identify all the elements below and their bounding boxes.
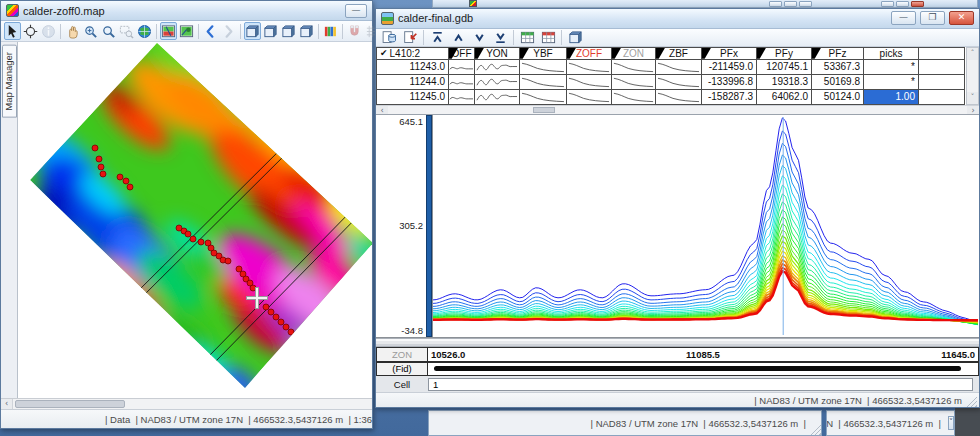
- column-header-OFF[interactable]: OFF: [449, 47, 475, 60]
- background-window-buttons-2[interactable]: [881, 1, 924, 7]
- map-document-icon[interactable]: [160, 22, 177, 40]
- cell-blank[interactable]: [919, 75, 965, 90]
- cell-picks[interactable]: 1.00: [864, 90, 919, 105]
- fid-range-bar[interactable]: [434, 366, 961, 371]
- close-button[interactable]: ✕: [949, 11, 974, 25]
- profile-plot[interactable]: [433, 115, 978, 337]
- cell-ZOFF[interactable]: [567, 90, 612, 105]
- db-import-icon[interactable]: [400, 28, 420, 46]
- view-window-3-icon[interactable]: [280, 22, 297, 40]
- resize-grip[interactable]: [809, 423, 821, 435]
- view-window-4-icon[interactable]: [298, 22, 315, 40]
- geophysics-map-image[interactable]: [18, 42, 372, 398]
- column-header-ZON[interactable]: ZON: [612, 47, 656, 60]
- minimize-button[interactable]: —: [345, 4, 367, 18]
- column-header-ZBF[interactable]: ZBF: [656, 47, 702, 60]
- cell-ZBF[interactable]: [656, 75, 702, 90]
- zoom-dynamic-tool-icon[interactable]: [82, 22, 99, 40]
- view-window-1-icon[interactable]: [244, 22, 261, 40]
- resize-grip[interactable]: [965, 395, 977, 407]
- line-header-cell[interactable]: ✔L410:2: [376, 47, 449, 60]
- fid-cell[interactable]: 11244.0: [376, 75, 449, 90]
- map-document-2-icon[interactable]: [178, 22, 195, 40]
- scroll-down-icon[interactable]: ˅: [967, 92, 978, 104]
- nav-up-icon[interactable]: [448, 28, 468, 46]
- back-nav-icon[interactable]: [202, 22, 219, 40]
- info-tool-icon[interactable]: [40, 22, 57, 40]
- nav-last-icon[interactable]: [490, 28, 510, 46]
- column-header-PFz[interactable]: PFz: [812, 47, 864, 60]
- scroll-right-icon[interactable]: ›: [967, 106, 979, 114]
- nav-down-icon[interactable]: [469, 28, 489, 46]
- cell-YON[interactable]: [475, 75, 520, 90]
- table-green-icon[interactable]: [517, 28, 537, 46]
- fid-cell[interactable]: 11245.0: [376, 90, 449, 105]
- scroll-down-icon[interactable]: ˅: [948, 416, 954, 430]
- nav-first-icon[interactable]: [427, 28, 447, 46]
- cell-OFF[interactable]: [449, 90, 475, 105]
- scroll-left-icon[interactable]: ‹: [376, 106, 388, 114]
- cell-picks[interactable]: *: [864, 75, 919, 90]
- cell-PFz[interactable]: 50169.8: [812, 75, 864, 90]
- color-palette-icon[interactable]: [322, 22, 339, 40]
- cell-PFx[interactable]: -158287.3: [702, 90, 757, 105]
- pane-splitter[interactable]: [376, 338, 979, 347]
- map-manager-tab[interactable]: Map Manager: [2, 45, 17, 118]
- cell-ZON[interactable]: [612, 75, 656, 90]
- cell-ZON[interactable]: [612, 60, 656, 75]
- column-header-PFy[interactable]: PFy: [757, 47, 812, 60]
- column-header-YON[interactable]: YON: [475, 47, 520, 60]
- scrollbar-thumb[interactable]: [15, 400, 125, 408]
- cell-OFF[interactable]: [449, 75, 475, 90]
- cell-PFz[interactable]: 50124.0: [812, 90, 864, 105]
- column-header-blank[interactable]: [919, 47, 965, 60]
- background-window-titlebar[interactable]: [432, 0, 978, 8]
- cell-YON[interactable]: [475, 60, 520, 75]
- cell-YBF[interactable]: [520, 75, 567, 90]
- cell-picks[interactable]: *: [864, 60, 919, 75]
- cell-PFy[interactable]: 120745.1: [757, 60, 812, 75]
- magnifier-tool-icon[interactable]: [100, 22, 117, 40]
- cell-PFx[interactable]: -211459.0: [702, 60, 757, 75]
- view-window-2-icon[interactable]: [262, 22, 279, 40]
- table-red-icon[interactable]: [538, 28, 558, 46]
- cell-blank[interactable]: [919, 90, 965, 105]
- scroll-up-icon[interactable]: ˄: [967, 48, 978, 60]
- db-window-titlebar[interactable]: calder-final.gdb — ❐ ✕: [376, 9, 979, 29]
- forward-nav-icon[interactable]: [220, 22, 237, 40]
- background-window-buttons[interactable]: [769, 1, 812, 7]
- globe-tool-icon[interactable]: [136, 22, 153, 40]
- db-copy-icon[interactable]: [379, 28, 399, 46]
- view-window-1-icon[interactable]: [565, 28, 585, 46]
- hand-tool-icon[interactable]: [64, 22, 81, 40]
- map-window-titlebar[interactable]: calder-zoff0.map —: [1, 1, 372, 21]
- map-horizontal-scrollbar[interactable]: ‹: [1, 398, 372, 409]
- fid-cell[interactable]: 11243.0: [376, 60, 449, 75]
- zoom-box-tool-icon[interactable]: [118, 22, 135, 40]
- table-horizontal-scrollbar[interactable]: ‹ ›: [376, 105, 979, 115]
- column-header-ZOFF[interactable]: ZOFF: [567, 47, 612, 60]
- pointer-tool-icon[interactable]: [4, 22, 21, 40]
- cell-ZON[interactable]: [612, 90, 656, 105]
- scroll-left-icon[interactable]: ‹: [1, 399, 13, 409]
- cell-YON[interactable]: [475, 90, 520, 105]
- map-canvas[interactable]: [18, 42, 372, 398]
- cell-blank[interactable]: [919, 60, 965, 75]
- crosshair-tool-icon[interactable]: [22, 22, 39, 40]
- cell-ZBF[interactable]: [656, 90, 702, 105]
- column-header-PFx[interactable]: PFx: [702, 47, 757, 60]
- minimize-button[interactable]: —: [891, 11, 916, 25]
- cell-YBF[interactable]: [520, 90, 567, 105]
- cell-PFx[interactable]: -133996.8: [702, 75, 757, 90]
- cell-ZOFF[interactable]: [567, 60, 612, 75]
- cell-PFz[interactable]: 53367.3: [812, 60, 864, 75]
- scrollbar-thumb[interactable]: [533, 107, 555, 113]
- cell-PFy[interactable]: 64062.0: [757, 90, 812, 105]
- cell-OFF[interactable]: [449, 60, 475, 75]
- cell-ZOFF[interactable]: [567, 75, 612, 90]
- column-header-YBF[interactable]: YBF: [520, 47, 567, 60]
- cell-value-field[interactable]: 1: [428, 378, 973, 391]
- cell-ZBF[interactable]: [656, 60, 702, 75]
- column-header-picks[interactable]: picks: [864, 47, 919, 60]
- x-axis-channel-label[interactable]: ZON: [376, 347, 428, 362]
